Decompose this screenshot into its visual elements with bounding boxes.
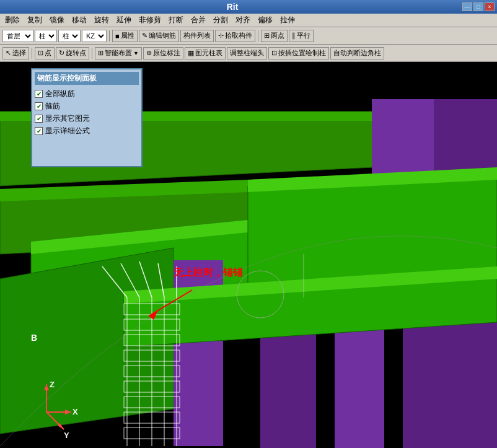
origin-icon: ⊕ bbox=[146, 49, 152, 57]
label-all-rebar: 全部纵筋 bbox=[45, 89, 75, 99]
window-buttons: — □ × bbox=[462, 2, 495, 11]
annotation-text: 无上柱时，锚锚 bbox=[174, 266, 243, 279]
title-bar: Rit — □ × bbox=[0, 0, 497, 14]
separator-2 bbox=[258, 30, 258, 42]
svg-text:Z: Z bbox=[50, 380, 55, 389]
menu-item-split[interactable]: 分割 bbox=[209, 14, 232, 26]
select-button[interactable]: ↖ 选择 bbox=[2, 47, 29, 59]
checkbox-stirrup[interactable]: ✔ bbox=[35, 102, 43, 110]
auto-cut-button[interactable]: 自动判断边角柱 bbox=[330, 47, 384, 59]
close-button[interactable]: × bbox=[485, 2, 495, 11]
pick-component-button[interactable]: ⊹ 拾取构件 bbox=[215, 30, 255, 42]
viewport[interactable]: Z X Y 钢筋显示控制面板 ✔ 全部纵筋 ✔ 箍筋 ✔ 显示其它图元 ✔ 显示… bbox=[0, 62, 497, 448]
two-point-icon: ⊞ bbox=[264, 32, 270, 40]
toolbar-1: 首层 柱 柱 KZ1 ■ 属性 ✎ 编辑钢筋 构件列表 ⊹ 拾取构件 ⊞ 两点 … bbox=[0, 27, 497, 45]
checkbox-row-2: ✔ 箍筋 bbox=[35, 101, 139, 112]
checkbox-all-rebar[interactable]: ✔ bbox=[35, 90, 43, 98]
place-icon: ⊡ bbox=[271, 49, 277, 57]
label-other-elements: 显示其它图元 bbox=[45, 113, 90, 124]
title-text: Rit bbox=[2, 2, 462, 12]
label-detail-formula: 显示详细公式 bbox=[45, 126, 90, 136]
point-button[interactable]: ⊡ 点 bbox=[35, 47, 55, 59]
column-table-button[interactable]: ▦ 图元柱表 bbox=[185, 47, 226, 59]
rotate-icon: ↻ bbox=[59, 49, 64, 57]
label-stirrup: 箍筋 bbox=[45, 101, 60, 112]
rotate-point-button[interactable]: ↻ 旋转点 bbox=[56, 47, 89, 59]
menu-item-copy[interactable]: 复制 bbox=[24, 14, 46, 26]
checkbox-row-3: ✔ 显示其它图元 bbox=[35, 113, 139, 124]
menu-item-delete[interactable]: 删除 bbox=[1, 14, 24, 26]
separator-1 bbox=[109, 30, 110, 42]
property-button[interactable]: ■ 属性 bbox=[112, 30, 138, 42]
menu-item-rotate[interactable]: 旋转 bbox=[90, 14, 113, 26]
smart-layout-button[interactable]: ⊞ 智能布置 ▼ bbox=[95, 47, 142, 59]
menu-bar: 删除 复制 镜像 移动 旋转 延伸 非修剪 打断 合并 分割 对齐 偏移 拉伸 bbox=[0, 14, 497, 27]
maximize-button[interactable]: □ bbox=[473, 2, 483, 11]
menu-item-offset[interactable]: 偏移 bbox=[254, 14, 276, 26]
two-point-button[interactable]: ⊞ 两点 bbox=[261, 30, 288, 42]
checkbox-row-1: ✔ 全部纵筋 bbox=[35, 89, 139, 99]
table-icon: ▦ bbox=[188, 49, 194, 57]
parallel-icon: ∥ bbox=[292, 32, 296, 40]
checkbox-row-4: ✔ 显示详细公式 bbox=[35, 126, 139, 136]
b-label: B bbox=[31, 333, 37, 343]
menu-item-mirror[interactable]: 镜像 bbox=[46, 14, 68, 26]
minimize-button[interactable]: — bbox=[462, 2, 472, 11]
menu-item-extend[interactable]: 延伸 bbox=[113, 14, 135, 26]
menu-item-align[interactable]: 对齐 bbox=[232, 14, 254, 26]
point-icon: ⊡ bbox=[38, 49, 43, 57]
panel-title: 钢筋显示控制面板 bbox=[35, 72, 139, 85]
property-icon: ■ bbox=[115, 32, 120, 40]
origin-mark-button[interactable]: ⊕ 原位标注 bbox=[143, 47, 183, 59]
place-draw-button[interactable]: ⊡ 按插位置绘制柱 bbox=[268, 47, 329, 59]
checkbox-detail-formula[interactable]: ✔ bbox=[35, 127, 43, 135]
floor-select[interactable]: 首层 bbox=[2, 30, 33, 42]
svg-text:X: X bbox=[73, 407, 78, 416]
menu-item-move[interactable]: 移动 bbox=[68, 14, 90, 26]
rebar-control-panel: 钢筋显示控制面板 ✔ 全部纵筋 ✔ 箍筋 ✔ 显示其它图元 ✔ 显示详细公式 bbox=[31, 68, 143, 167]
toolbar-2: ↖ 选择 ⊡ 点 ↻ 旋转点 ⊞ 智能布置 ▼ ⊕ 原位标注 ▦ 图元柱表 调整… bbox=[0, 45, 497, 62]
col-id-select[interactable]: KZ1 bbox=[82, 30, 107, 42]
smart-icon: ⊞ bbox=[98, 49, 103, 57]
menu-item-merge[interactable]: 合并 bbox=[187, 14, 209, 26]
edit-rebar-icon: ✎ bbox=[142, 32, 147, 40]
parallel-button[interactable]: ∥ 平行 bbox=[289, 30, 314, 42]
col-type-select-2[interactable]: 柱 bbox=[58, 30, 81, 42]
checkbox-other-elements[interactable]: ✔ bbox=[35, 115, 43, 123]
component-list-button[interactable]: 构件列表 bbox=[180, 30, 214, 42]
menu-item-break[interactable]: 打断 bbox=[165, 14, 187, 26]
menu-item-notrim[interactable]: 非修剪 bbox=[135, 14, 165, 26]
sep-t2-2 bbox=[92, 48, 92, 59]
col-type-select-1[interactable]: 柱 bbox=[35, 30, 57, 42]
cursor-icon: ↖ bbox=[6, 49, 11, 57]
annotation-label: 无上柱时，锚锚 bbox=[174, 267, 243, 278]
menu-item-stretch[interactable]: 拉伸 bbox=[276, 14, 299, 26]
svg-text:Y: Y bbox=[64, 431, 69, 440]
edit-rebar-button[interactable]: ✎ 编辑钢筋 bbox=[139, 30, 179, 42]
svg-rect-13 bbox=[403, 310, 497, 448]
sep-t2-1 bbox=[32, 48, 32, 59]
adjust-end-button[interactable]: 调整柱端头 bbox=[227, 47, 267, 59]
pick-icon: ⊹ bbox=[218, 32, 224, 40]
